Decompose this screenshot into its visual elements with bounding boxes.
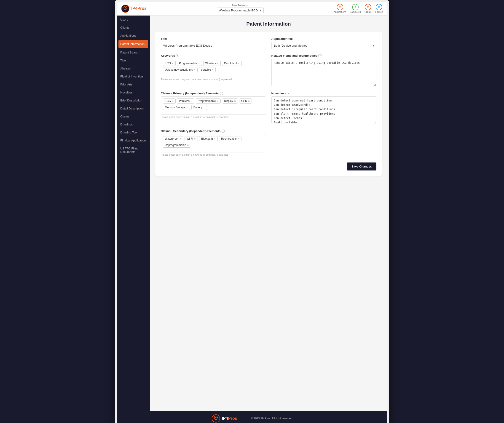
related-fields-textarea[interactable]: Remote patient monitoring using portable…: [271, 59, 377, 86]
tag-display-primary-close[interactable]: ✕: [234, 100, 236, 102]
related-fields-info-icon[interactable]: i: [318, 54, 322, 57]
tag-programmable-primary-close[interactable]: ✕: [217, 100, 219, 102]
completed-count: 0: [352, 4, 359, 10]
sidebar-item-uspto[interactable]: USPTO Filing Documents: [117, 144, 150, 156]
tag-ecg-close[interactable]: ✕: [172, 62, 174, 65]
claims-primary-info-icon[interactable]: i: [220, 92, 223, 95]
keywords-label: Keywords i: [161, 54, 266, 57]
sidebar-item-brief-description[interactable]: Brief Description: [117, 96, 150, 105]
stat-figures: 10 Figures: [375, 4, 383, 13]
sidebar-item-users[interactable]: Users: [117, 16, 150, 24]
tag-wireless-primary-close[interactable]: ✕: [191, 100, 192, 102]
sidebar-item-patent-search[interactable]: Patent Search: [117, 48, 150, 56]
tag-cpu-primary-close[interactable]: ✕: [248, 100, 250, 102]
empty-group: [271, 129, 377, 156]
footer-copyright: © 2023 IP4Pros. All right reserved: [251, 417, 292, 420]
claims-primary-hint: Please enter each claim in a new line or…: [161, 116, 266, 118]
applications-count: 2: [337, 4, 343, 10]
page-title: Patent Information: [155, 21, 382, 27]
sidebar-item-abstract[interactable]: Abstract: [117, 65, 150, 72]
tag-programmable-close[interactable]: ✕: [198, 62, 200, 65]
novelties-textarea[interactable]: Can detect abnormal heart condition Can …: [271, 96, 377, 124]
sidebar-item-clients[interactable]: Clients: [117, 24, 150, 32]
tag-wifi-close[interactable]: ✕: [194, 138, 196, 140]
application-for-select[interactable]: Both (Device and Method) Device Only Met…: [271, 42, 377, 49]
title-label: Title: [161, 37, 266, 41]
tag-battery-primary: Battery ✕: [192, 105, 207, 110]
project-selector[interactable]: Ben Peterson Wireless Programmable ECG: [217, 4, 264, 13]
novelties-group: Novelties i Can detect abnormal heart co…: [271, 92, 377, 125]
tag-reprogrammable: Reprogrammable ✕: [163, 143, 191, 148]
tag-programmable-primary: Programmable ✕: [196, 99, 221, 104]
stat-applications: 2 Applications: [334, 4, 346, 13]
tag-wireless-close[interactable]: ✕: [217, 62, 219, 65]
sidebar-item-novelties[interactable]: Novelties: [117, 88, 150, 96]
tag-upload-algo-close[interactable]: ✕: [194, 69, 196, 71]
sidebar-item-applications[interactable]: Applications: [117, 32, 150, 40]
form-row-claims-primary: Claims - Primary (Independent) Elements …: [161, 92, 376, 125]
claims-secondary-label: Claims - Secondary (Dependent) Elements …: [161, 129, 266, 133]
claims-secondary-group: Claims - Secondary (Dependent) Elements …: [161, 129, 266, 156]
claims-secondary-info-icon[interactable]: i: [222, 129, 225, 133]
tag-memory-primary: Memory Storage ✕: [163, 105, 190, 110]
tag-rechargable: Rechargable ✕: [219, 136, 241, 141]
form-row-keywords: Keywords i ECG ✕ Programmable ✕ Wireless…: [161, 54, 376, 87]
related-fields-group: Related Fields and Technologies i Remote…: [271, 54, 377, 87]
save-area: Save Changes: [161, 161, 376, 170]
footer-logo-icon: [212, 414, 220, 423]
sidebar-item-finalize[interactable]: Finalize Application: [117, 136, 150, 144]
keywords-info-icon[interactable]: i: [176, 54, 179, 57]
project-select[interactable]: Wireless Programmable ECG: [217, 7, 264, 13]
application-for-group: Application for: Both (Device and Method…: [271, 37, 377, 49]
title-input[interactable]: [161, 42, 266, 49]
sidebar-item-drawings[interactable]: Drawings: [117, 120, 150, 129]
save-button[interactable]: Save Changes: [347, 163, 376, 170]
tag-memory-primary-close[interactable]: ✕: [186, 106, 188, 109]
tag-upload-algo: Upload new algorithms ✕: [163, 67, 198, 72]
tag-waterproof-close[interactable]: ✕: [179, 138, 181, 140]
keywords-tags[interactable]: ECG ✕ Programmable ✕ Wireless ✕ Can Adap…: [161, 59, 266, 77]
tag-portable: portable ✕: [199, 67, 216, 72]
tag-can-adapt-close[interactable]: ✕: [238, 62, 240, 65]
logo-text: IP4Pros: [131, 6, 147, 11]
tag-ecg-primary: ECG ✕: [163, 99, 176, 104]
applications-label: Applications: [334, 11, 346, 13]
sidebar-item-claims[interactable]: Claims: [117, 112, 150, 120]
sidebar-item-detail-description[interactable]: Detail Description: [117, 105, 150, 112]
claims-count: 2: [365, 4, 371, 10]
claims-label: Claims: [365, 11, 372, 13]
novelties-info-icon[interactable]: i: [285, 92, 288, 95]
sidebar-item-prior-arts[interactable]: Prior Arts: [117, 80, 150, 88]
claims-secondary-tags[interactable]: Waterproof ✕ Wi-Fi ✕ Bluetooth ✕ Recharg…: [161, 134, 266, 153]
title-group: Title: [161, 37, 266, 49]
tag-ecg-primary-close[interactable]: ✕: [172, 100, 174, 102]
footer-logo: IP4Pros: [212, 414, 237, 423]
novelties-label: Novelties i: [271, 92, 377, 95]
sidebar-item-field-of-invention[interactable]: Field of Invention: [117, 72, 150, 80]
user-name: Ben Peterson: [232, 4, 249, 7]
stats-area: 2 Applications 0 Completed 2 Claims 10 F…: [334, 4, 383, 13]
completed-label: Completed: [350, 11, 361, 13]
sidebar-item-drawing-tool[interactable]: Drawing Tool: [117, 129, 150, 136]
sidebar-item-title[interactable]: Title: [117, 56, 150, 65]
tag-wifi: Wi-Fi ✕: [185, 136, 198, 141]
form-card: Title Application for: Both (Device and …: [155, 32, 382, 176]
tag-bluetooth-close[interactable]: ✕: [214, 138, 216, 140]
logo-icon: [121, 5, 129, 13]
tag-ecg: ECG ✕: [163, 61, 176, 66]
main-content: Patent Information Title Application for…: [150, 16, 387, 411]
keywords-hint: Please enter each keyword in a new line …: [161, 78, 266, 81]
tag-programmable: Programmable ✕: [177, 61, 202, 66]
tag-reprogrammable-close[interactable]: ✕: [187, 144, 189, 147]
stat-completed: 0 Completed: [350, 4, 361, 13]
svg-point-2: [125, 7, 126, 8]
tag-portable-close[interactable]: ✕: [212, 69, 214, 71]
sidebar-item-patent-information[interactable]: Patent Information: [119, 40, 148, 48]
form-row-title: Title Application for: Both (Device and …: [161, 37, 376, 49]
claims-primary-tags[interactable]: ECG ✕ Wireless ✕ Programmable ✕ Display …: [161, 96, 266, 115]
tag-waterproof: Waterproof ✕: [163, 136, 183, 141]
topbar: IP4Pros Ben Peterson Wireless Programmab…: [117, 2, 387, 16]
tag-rechargable-close[interactable]: ✕: [238, 138, 240, 140]
sidebar: Users Clients Applications Patent Inform…: [117, 16, 150, 411]
tag-battery-primary-close[interactable]: ✕: [203, 106, 205, 109]
